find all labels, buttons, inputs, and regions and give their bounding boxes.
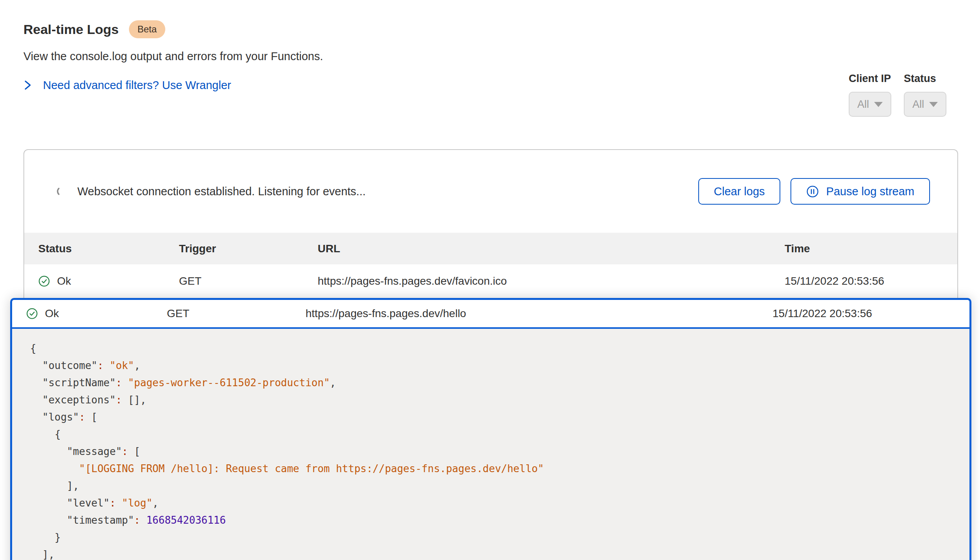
caret-down-icon bbox=[929, 102, 938, 107]
trigger-cell: GET bbox=[179, 275, 318, 287]
status-label: Ok bbox=[45, 307, 59, 320]
log-detail-json: { "outcome": "ok", "scriptName": "pages-… bbox=[12, 329, 969, 560]
client-ip-filter: Client IP All bbox=[849, 73, 891, 117]
title-row: Real-time Logs Beta bbox=[23, 20, 323, 38]
status-ok-icon bbox=[38, 275, 50, 287]
column-header-url: URL bbox=[318, 243, 785, 255]
status-ok-icon bbox=[26, 308, 38, 319]
client-ip-filter-dropdown[interactable]: All bbox=[849, 92, 891, 117]
wrangler-filters-link[interactable]: Need advanced filters? Use Wrangler bbox=[23, 78, 323, 92]
beta-badge: Beta bbox=[129, 20, 165, 38]
loading-spinner-icon bbox=[56, 186, 67, 197]
column-header-time: Time bbox=[785, 243, 957, 255]
log-stream-panel: Websocket connection established. Listen… bbox=[23, 149, 958, 560]
wrangler-link-label: Need advanced filters? Use Wrangler bbox=[43, 79, 231, 92]
log-table-header: Status Trigger URL Time bbox=[24, 233, 957, 264]
log-table-row[interactable]: Ok GET https://pages-fns.pages.dev/favic… bbox=[24, 264, 957, 298]
pause-icon bbox=[806, 185, 819, 198]
column-header-trigger: Trigger bbox=[179, 243, 318, 255]
trigger-cell: GET bbox=[167, 307, 306, 320]
url-cell: https://pages-fns.pages.dev/favicon.ico bbox=[318, 275, 785, 287]
status-filter: Status All bbox=[904, 73, 946, 117]
json-code-block: { "outcome": "ok", "scriptName": "pages-… bbox=[30, 340, 954, 560]
page-title: Real-time Logs bbox=[23, 22, 119, 37]
caret-down-icon bbox=[874, 102, 883, 107]
page-header: Real-time Logs Beta View the console.log… bbox=[23, 20, 323, 92]
chevron-right-icon bbox=[23, 78, 32, 92]
status-filter-value: All bbox=[912, 98, 924, 111]
pause-log-stream-label: Pause log stream bbox=[826, 185, 914, 198]
status-label: Ok bbox=[57, 275, 71, 287]
status-cell: Ok bbox=[38, 275, 179, 287]
toolbar-buttons: Clear logs Pause log stream bbox=[698, 178, 930, 205]
log-stream-toolbar: Websocket connection established. Listen… bbox=[24, 150, 957, 233]
log-table-row-selected[interactable]: Ok GET https://pages-fns.pages.dev/hello… bbox=[12, 300, 969, 329]
time-cell: 15/11/2022 20:53:56 bbox=[785, 275, 957, 287]
pause-log-stream-button[interactable]: Pause log stream bbox=[790, 178, 930, 205]
expanded-log-row: Ok GET https://pages-fns.pages.dev/hello… bbox=[10, 298, 971, 560]
status-cell: Ok bbox=[26, 307, 167, 320]
status-filter-label: Status bbox=[904, 73, 946, 85]
log-filters: Client IP All Status All bbox=[849, 73, 946, 117]
time-cell: 15/11/2022 20:53:56 bbox=[773, 307, 969, 320]
client-ip-filter-value: All bbox=[857, 98, 869, 111]
page-subtitle: View the console.log output and errors f… bbox=[23, 50, 323, 63]
status-filter-dropdown[interactable]: All bbox=[904, 92, 946, 117]
clear-logs-button[interactable]: Clear logs bbox=[698, 178, 781, 205]
clear-logs-label: Clear logs bbox=[714, 185, 765, 198]
websocket-status-message: Websocket connection established. Listen… bbox=[77, 185, 366, 198]
client-ip-filter-label: Client IP bbox=[849, 73, 891, 85]
column-header-status: Status bbox=[38, 243, 179, 255]
url-cell: https://pages-fns.pages.dev/hello bbox=[306, 307, 773, 320]
